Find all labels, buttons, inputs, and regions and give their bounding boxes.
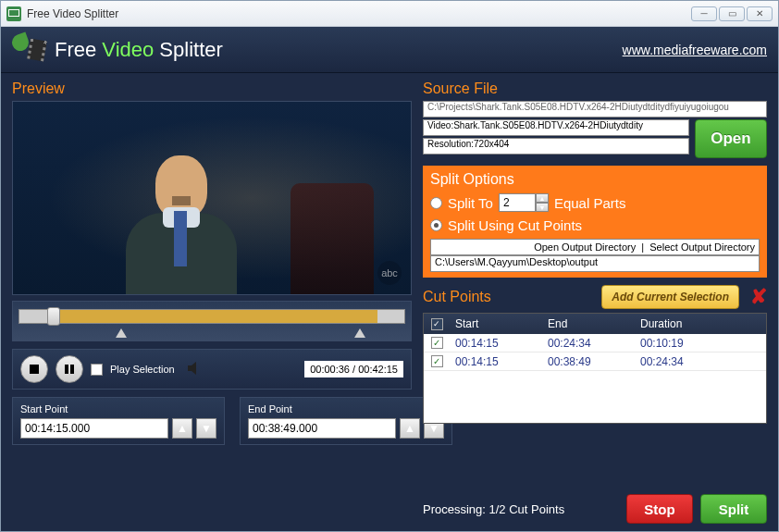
source-path-display: C:\Projects\Shark.Tank.S05E08.HDTV.x264-… — [423, 101, 767, 118]
end-point-label: End Point — [248, 403, 444, 414]
add-current-selection-button[interactable]: Add Current Selection — [601, 285, 739, 309]
start-point-panel: Start Point ▲ ▼ — [12, 397, 225, 445]
app-header: Free Video Splitter www.mediafreeware.co… — [1, 27, 778, 73]
preview-viewport: abc — [12, 101, 412, 295]
split-to-label-pre: Split To — [448, 195, 493, 211]
play-selection-checkbox[interactable] — [91, 364, 103, 376]
volume-icon[interactable] — [188, 362, 203, 377]
row-start: 00:14:15 — [450, 355, 542, 368]
open-output-directory-link[interactable]: Open Output Directory — [534, 241, 636, 253]
split-to-radio[interactable] — [430, 197, 442, 209]
timeline-slider[interactable] — [12, 301, 412, 341]
header-start: Start — [450, 317, 542, 330]
header-duration: Duration — [635, 317, 766, 330]
maximize-button[interactable]: ▭ — [719, 6, 745, 21]
header-end: End — [542, 317, 635, 330]
row-end: 00:24:34 — [542, 337, 635, 350]
minimize-button[interactable]: ─ — [691, 6, 717, 21]
row-duration: 00:10:19 — [635, 337, 766, 350]
website-link[interactable]: www.mediafreeware.com — [623, 43, 767, 57]
row-start: 00:14:15 — [450, 337, 542, 350]
table-row[interactable]: ✓00:14:1500:38:4900:24:34 — [424, 353, 766, 371]
row-end: 00:38:49 — [542, 355, 635, 368]
cut-points-table: ✓ Start End Duration ✓00:14:1500:24:3400… — [423, 313, 767, 424]
svg-rect-1 — [65, 365, 68, 374]
svg-rect-2 — [70, 365, 74, 374]
open-button[interactable]: Open — [695, 119, 767, 158]
logo-icon — [12, 32, 47, 68]
broadcast-logo: abc — [377, 261, 402, 285]
row-checkbox[interactable]: ✓ — [431, 337, 443, 349]
app-icon — [6, 6, 21, 21]
row-checkbox[interactable]: ✓ — [431, 355, 443, 367]
playhead-thumb[interactable] — [47, 307, 60, 326]
time-display: 00:00:36 / 00:42:15 — [304, 361, 403, 377]
stop-button-main[interactable]: Stop — [626, 494, 693, 524]
stop-button[interactable] — [20, 355, 48, 383]
header-checkbox[interactable]: ✓ — [431, 318, 443, 330]
start-marker[interactable] — [116, 328, 127, 338]
start-point-down-button[interactable]: ▼ — [196, 418, 216, 439]
preview-label: Preview — [12, 80, 412, 97]
source-resolution-display: Resolution:720x404 — [423, 138, 689, 155]
start-point-label: Start Point — [20, 403, 216, 414]
selection-range[interactable] — [54, 310, 377, 323]
split-to-input[interactable] — [499, 193, 536, 212]
pause-button[interactable] — [56, 355, 83, 383]
split-using-cutpoints-label: Split Using Cut Points — [448, 217, 582, 233]
source-file-label: Source File — [423, 80, 767, 97]
split-to-up[interactable]: ▲ — [536, 193, 549, 203]
processing-status: Processing: 1/2 Cut Points — [423, 502, 564, 516]
table-row[interactable]: ✓00:14:1500:24:3400:10:19 — [424, 334, 766, 353]
end-marker[interactable] — [354, 328, 365, 338]
cut-points-label: Cut Points — [423, 289, 491, 305]
split-to-label-post: Equal Parts — [554, 195, 626, 211]
close-button[interactable]: ✕ — [747, 6, 773, 21]
svg-marker-3 — [188, 362, 196, 375]
window-title: Free Video Splitter — [27, 7, 118, 20]
start-point-up-button[interactable]: ▲ — [172, 418, 192, 439]
select-output-directory-link[interactable]: Select Output Directory — [649, 241, 755, 253]
svg-rect-0 — [30, 365, 39, 374]
split-options-label: Split Options — [430, 171, 760, 188]
split-to-down[interactable]: ▼ — [536, 203, 549, 212]
delete-icon[interactable]: ✘ — [750, 285, 767, 309]
output-directory-display: C:\Users\M.Qayyum\Desktop\output — [430, 255, 760, 272]
titlebar[interactable]: Free Video Splitter ─ ▭ ✕ — [1, 1, 778, 27]
start-point-input[interactable] — [20, 418, 168, 439]
output-directory-links: Open Output Directory | Select Output Di… — [430, 239, 760, 255]
play-selection-label: Play Selection — [110, 364, 175, 375]
source-video-display: Video:Shark.Tank.S05E08.HDTV.x264-2HDiut… — [423, 119, 689, 136]
end-point-input[interactable] — [248, 418, 396, 439]
split-using-cutpoints-radio[interactable] — [430, 219, 442, 231]
split-options-panel: Split Options Split To ▲ ▼ Equal Parts — [423, 166, 767, 278]
playback-controls: Play Selection 00:00:36 / 00:42:15 — [12, 349, 412, 390]
app-title: Free Video Splitter — [55, 38, 223, 62]
split-button[interactable]: Split — [700, 494, 767, 524]
row-duration: 00:24:34 — [635, 355, 766, 368]
